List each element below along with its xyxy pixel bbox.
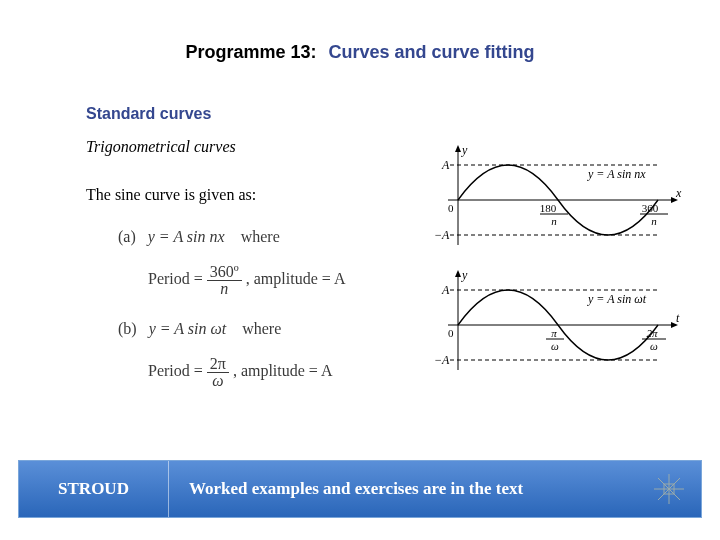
slide-header: Programme 13: Curves and curve fitting	[0, 42, 720, 63]
svg-marker-1	[455, 145, 461, 152]
graph2-eq: y = A sin ωt	[587, 292, 647, 306]
tick2-num: 2π	[646, 327, 658, 339]
starburst-icon	[652, 472, 686, 506]
svg-marker-9	[455, 270, 461, 277]
fraction-b: 2π ω	[207, 356, 229, 389]
label-A: A	[441, 283, 450, 297]
eq-a: y = A sin nx	[148, 228, 229, 245]
amplitude-b: , amplitude = A	[233, 362, 333, 379]
tick1-den: ω	[551, 340, 559, 352]
axis-y: y	[461, 268, 468, 282]
where-a: where	[241, 228, 280, 245]
origin: 0	[448, 202, 454, 214]
label-negA: −A	[434, 353, 450, 367]
amplitude-a: , amplitude = A	[246, 270, 346, 287]
period-label-b: Period =	[148, 362, 203, 379]
footer-brand: STROUD	[19, 461, 169, 517]
axis-x: x	[675, 186, 682, 200]
footer-text: Worked examples and exercises are in the…	[169, 479, 701, 499]
where-b: where	[242, 320, 281, 337]
equation-b: (b) y = A sin ωt where	[118, 320, 281, 338]
tick1-den: n	[551, 215, 557, 227]
sine-graph-nx: y x A −A 0 180 n 360 n y = A sin nx	[428, 140, 688, 255]
label-b: (b)	[118, 320, 137, 337]
label-A: A	[441, 158, 450, 172]
axis-x: t	[676, 311, 680, 325]
axis-y: y	[461, 143, 468, 157]
tick1-num: π	[551, 327, 557, 339]
eq-b: y = A sin ωt	[149, 320, 231, 337]
tick2-den: n	[651, 215, 657, 227]
equation-b-period: Period = 2π ω , amplitude = A	[148, 356, 333, 389]
intro-text: The sine curve is given as:	[86, 186, 256, 204]
period-label-a: Period =	[148, 270, 203, 287]
fraction-a: 360º n	[207, 264, 242, 297]
graph1-eq: y = A sin nx	[587, 167, 646, 181]
label-a: (a)	[118, 228, 136, 245]
sine-graph-wt: y t A −A 0 π ω 2π ω y = A sin ωt	[428, 265, 688, 380]
label-negA: −A	[434, 228, 450, 242]
programme-title: Curves and curve fitting	[329, 42, 535, 62]
origin: 0	[448, 327, 454, 339]
subsection-heading: Trigonometrical curves	[86, 138, 236, 156]
equation-a: (a) y = A sin nx where	[118, 228, 280, 246]
tick2-num: 360	[642, 202, 659, 214]
footer-bar: STROUD Worked examples and exercises are…	[18, 460, 702, 518]
section-heading: Standard curves	[86, 105, 211, 123]
tick2-den: ω	[650, 340, 658, 352]
programme-label: Programme 13:	[185, 42, 316, 62]
equation-a-period: Period = 360º n , amplitude = A	[148, 264, 345, 297]
tick1-num: 180	[540, 202, 557, 214]
